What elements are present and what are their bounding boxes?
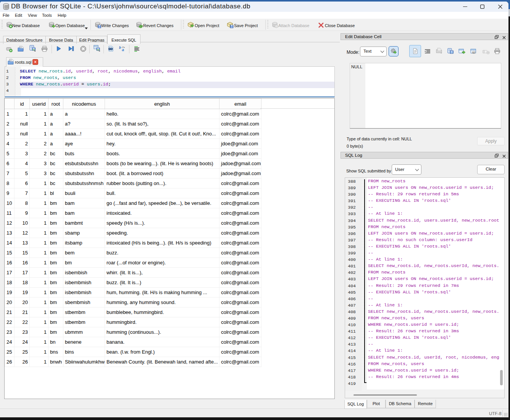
svg-text:a: a <box>122 47 124 52</box>
svg-text:b: b <box>119 46 121 50</box>
svg-text:xx: xx <box>473 51 475 54</box>
